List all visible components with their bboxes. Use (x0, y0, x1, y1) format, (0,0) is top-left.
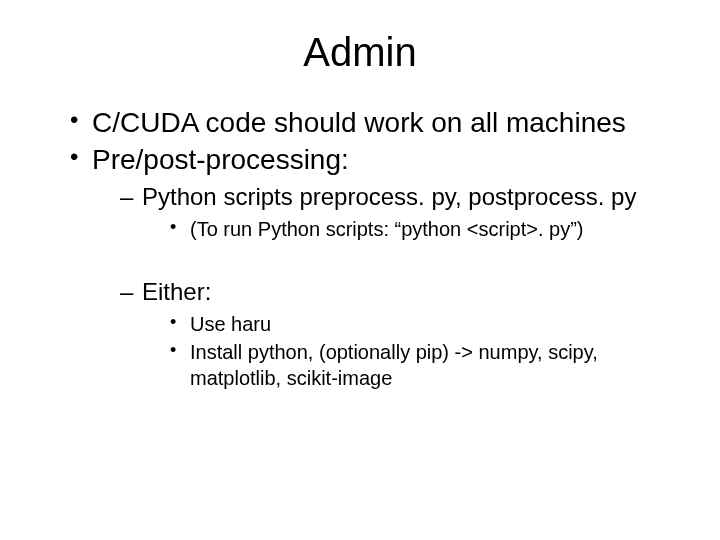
bullet-text: Python scripts preprocess. py, postproce… (142, 183, 636, 210)
sub-bullet-list: Either: Use haru Install python, (option… (92, 276, 680, 391)
bullet-text: Pre/post-processing: (92, 144, 349, 175)
bullet-list: C/CUDA code should work on all machines … (40, 105, 680, 391)
subsub-bullet-list: (To run Python scripts: “python <script>… (142, 216, 680, 242)
bullet-text: (To run Python scripts: “python <script>… (190, 218, 584, 240)
bullet-text: Either: (142, 278, 211, 305)
spacer (92, 244, 680, 272)
bullet-text: Use haru (190, 313, 271, 335)
sub-bullet-item: Either: Use haru Install python, (option… (120, 276, 680, 391)
subsub-bullet-list: Use haru Install python, (optionally pip… (142, 311, 680, 391)
slide: Admin C/CUDA code should work on all mac… (0, 0, 720, 540)
sub-bullet-item: Python scripts preprocess. py, postproce… (120, 181, 680, 242)
sub-bullet-list: Python scripts preprocess. py, postproce… (92, 181, 680, 242)
bullet-item: Pre/post-processing: Python scripts prep… (70, 142, 680, 391)
subsub-bullet-item: (To run Python scripts: “python <script>… (170, 216, 680, 242)
subsub-bullet-item: Use haru (170, 311, 680, 337)
slide-title: Admin (40, 30, 680, 75)
bullet-item: C/CUDA code should work on all machines (70, 105, 680, 140)
bullet-text: Install python, (optionally pip) -> nump… (190, 341, 598, 389)
subsub-bullet-item: Install python, (optionally pip) -> nump… (170, 339, 680, 391)
bullet-text: C/CUDA code should work on all machines (92, 107, 626, 138)
